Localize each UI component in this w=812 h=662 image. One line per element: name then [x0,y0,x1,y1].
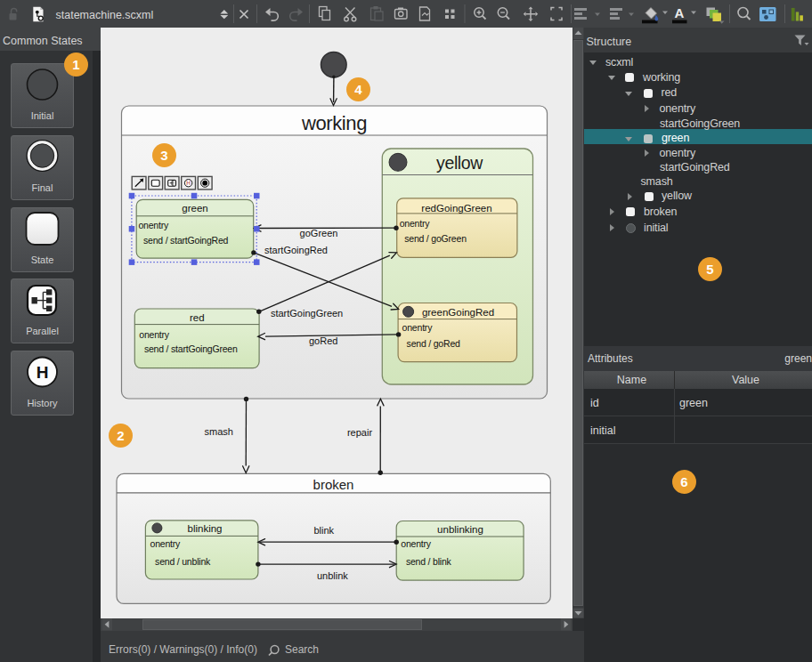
svg-text:statemachine.scxml: statemachine.scxml [56,9,154,21]
svg-text:H: H [37,363,49,382]
svg-text:A: A [675,5,685,20]
